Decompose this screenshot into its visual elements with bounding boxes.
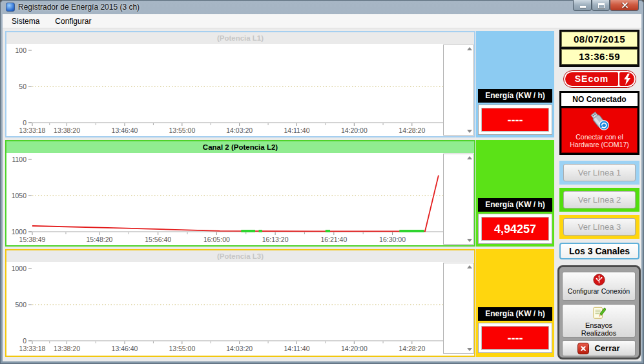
- chart-frame-l1: (Potencia L1) 05010013:33:1813:38:2013:4…: [5, 31, 475, 137]
- app-window: Registrador de Energía 2015 (3 ch) Siste…: [0, 0, 644, 364]
- svg-text:100: 100: [15, 46, 26, 54]
- chart-title-l3: (Potencia L3): [6, 250, 474, 262]
- svg-text:14:03:20: 14:03:20: [226, 345, 253, 352]
- refresh-badge-icon: [599, 121, 608, 130]
- svg-text:14:11:40: 14:11:40: [284, 126, 309, 134]
- energy-value-l1: ----: [481, 108, 549, 132]
- svg-text:16:30:00: 16:30:00: [379, 236, 406, 243]
- series-listbox-l2[interactable]: [443, 154, 474, 245]
- lightning-bolt-icon: [619, 72, 634, 86]
- energy-panel-l1: Energía (KW / h) ----: [476, 31, 554, 137]
- series-listbox-l1[interactable]: [443, 45, 474, 136]
- listbox-scrollbar[interactable]: [466, 154, 473, 244]
- svg-text:13:33:18: 13:33:18: [19, 345, 46, 352]
- maximize-button[interactable]: [592, 0, 610, 11]
- chart-title-l1: (Potencia L1): [6, 32, 474, 44]
- scroll-down-icon[interactable]: [467, 130, 472, 133]
- svg-text:1000: 1000: [12, 265, 27, 272]
- connect-button-label-2: Hardware (COM17): [562, 141, 637, 148]
- ver-linea-2-button[interactable]: Ver Línea 2: [563, 191, 636, 208]
- svg-text:16:05:00: 16:05:00: [203, 236, 230, 243]
- chart-title-l2: Canal 2 (Potencia L2): [6, 141, 474, 153]
- configurar-conexion-button[interactable]: Configurar Conexión: [562, 272, 636, 301]
- ensayos-realizados-button[interactable]: Ensayos Realizados: [562, 304, 636, 338]
- view-frame-1: Ver Línea 1: [559, 161, 639, 185]
- connect-hardware-button[interactable]: Conectar con el Hardware (COM17): [561, 108, 638, 153]
- svg-text:14:20:00: 14:20:00: [341, 126, 368, 134]
- svg-text:50: 50: [19, 83, 26, 90]
- scroll-down-icon[interactable]: [467, 239, 472, 242]
- chart-plot-l3: 0500100013:33:1813:38:2013:46:4013:55:00…: [6, 262, 443, 354]
- chart-plot-l2: 10001050110015:38:4915:48:2015:56:4016:0…: [6, 153, 443, 245]
- cerrar-label: Cerrar: [594, 343, 619, 353]
- usb-drive-icon: [587, 110, 612, 132]
- close-x-icon: [577, 343, 589, 354]
- menubar: Sistema Configurar: [3, 14, 641, 28]
- svg-text:14:11:40: 14:11:40: [284, 345, 309, 352]
- ver-linea-1-button[interactable]: Ver Línea 1: [563, 164, 636, 181]
- svg-text:13:33:18: 13:33:18: [19, 126, 46, 134]
- svg-text:13:55:00: 13:55:00: [169, 126, 195, 134]
- time-display: 13:36:59: [561, 49, 638, 65]
- configurar-conexion-label: Configurar Conexión: [563, 287, 635, 295]
- svg-text:15:38:49: 15:38:49: [19, 236, 46, 243]
- connect-button-label-1: Conectar con el: [562, 133, 637, 141]
- svg-text:15:48:20: 15:48:20: [87, 236, 113, 243]
- scroll-up-icon[interactable]: [467, 265, 472, 268]
- secom-logo: SEcom: [563, 70, 636, 88]
- listbox-scrollbar[interactable]: [466, 45, 473, 135]
- view-frame-3: Ver Línea 3: [559, 215, 639, 239]
- ensayos-label-1: Ensayos: [563, 321, 635, 329]
- view-frame-2: Ver Línea 2: [559, 188, 639, 212]
- app-icon: [6, 3, 15, 12]
- svg-text:14:28:20: 14:28:20: [399, 126, 425, 134]
- svg-text:16:13:20: 16:13:20: [262, 236, 289, 243]
- menu-configurar[interactable]: Configurar: [48, 15, 98, 28]
- svg-text:13:46:40: 13:46:40: [112, 126, 138, 134]
- clock-panel: 08/07/2015 13:36:59: [559, 30, 639, 67]
- energy-value-l2: 4,94257: [481, 217, 549, 241]
- tools-panel: Configurar Conexión Ensayos Realizados C…: [557, 265, 641, 359]
- scroll-down-icon[interactable]: [467, 348, 472, 351]
- svg-text:0: 0: [23, 119, 26, 126]
- maximize-icon: [598, 3, 605, 8]
- energy-value-l3: ----: [481, 326, 549, 350]
- ver-linea-3-button[interactable]: Ver Línea 3: [563, 218, 636, 236]
- listbox-scrollbar[interactable]: [466, 263, 473, 353]
- svg-text:13:38:20: 13:38:20: [54, 345, 80, 352]
- close-button[interactable]: [610, 0, 639, 11]
- svg-text:13:46:40: 13:46:40: [112, 345, 138, 352]
- svg-text:1100: 1100: [12, 156, 26, 163]
- series-listbox-l3[interactable]: [443, 263, 474, 354]
- energy-label-l2: Energía (KW / h): [478, 198, 552, 212]
- menu-sistema[interactable]: Sistema: [5, 15, 46, 28]
- scroll-up-icon[interactable]: [467, 156, 472, 159]
- svg-text:16:21:40: 16:21:40: [320, 236, 347, 243]
- svg-text:1050: 1050: [12, 192, 27, 199]
- svg-text:500: 500: [15, 301, 26, 308]
- ensayos-label-2: Realizados: [563, 329, 635, 337]
- usb-connector-icon: [593, 274, 605, 286]
- note-pencil-icon: [592, 306, 606, 320]
- chart-frame-l3: (Potencia L3) 0500100013:33:1813:38:2013…: [5, 249, 475, 357]
- energy-panel-l3: Energía (KW / h) ----: [476, 249, 554, 357]
- svg-text:13:55:00: 13:55:00: [169, 345, 195, 352]
- chart-frame-l2: Canal 2 (Potencia L2) 10001050110015:38:…: [5, 140, 475, 247]
- energy-label-l3: Energía (KW / h): [478, 307, 552, 321]
- cerrar-button[interactable]: Cerrar: [562, 340, 636, 356]
- svg-text:14:28:20: 14:28:20: [399, 345, 425, 352]
- svg-text:14:03:20: 14:03:20: [226, 126, 253, 134]
- chart-plot-l1: 05010013:33:1813:38:2013:46:4013:55:0014…: [6, 44, 443, 136]
- window-title: Registrador de Energía 2015 (3 ch): [18, 3, 140, 12]
- date-display: 08/07/2015: [561, 32, 638, 47]
- los-3-canales-button[interactable]: Los 3 Canales: [559, 243, 639, 259]
- secom-logo-text: SEcom: [565, 72, 618, 86]
- connection-status: NO Conectado: [561, 93, 638, 106]
- energy-panel-l2: Energía (KW / h) 4,94257: [476, 140, 554, 247]
- energy-label-l1: Energía (KW / h): [478, 89, 552, 103]
- minimize-button[interactable]: [573, 0, 592, 11]
- svg-text:13:38:20: 13:38:20: [54, 126, 80, 134]
- svg-text:14:20:00: 14:20:00: [341, 345, 368, 352]
- svg-text:15:56:40: 15:56:40: [145, 236, 171, 243]
- scroll-up-icon[interactable]: [467, 47, 472, 50]
